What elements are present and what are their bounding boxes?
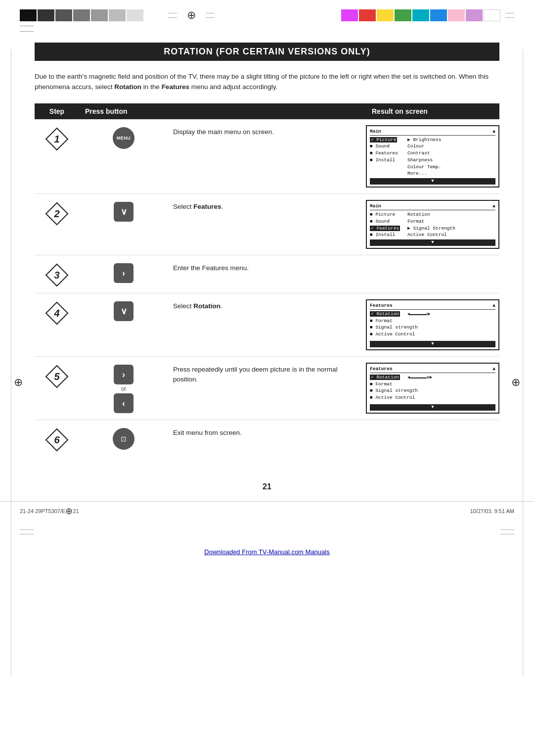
left-crosshair: ⊕ (14, 376, 23, 389)
screen-mock-4: Features▲ ✓ Rotation ◄▬▬▬▬▬▬▬▬▬0► ■ Form… (366, 299, 499, 350)
header-step: Step (35, 103, 79, 119)
table-header: Step Press button Result on screen (35, 103, 499, 119)
step-diamond-3: 3 (45, 263, 69, 287)
svg-text:2: 2 (53, 208, 59, 219)
top-bar: ⊕ (0, 0, 534, 26)
footer-doc-id: 21-24 29PT5307/E (20, 508, 65, 514)
page-number: 21 (0, 482, 534, 491)
step-row-1: 1 MENU Display the main menu on screen. … (35, 119, 499, 194)
step-row-3: 3 › Enter the Features menu. (35, 255, 499, 293)
color-strip-left (20, 9, 143, 21)
down-button-2[interactable]: ∨ (114, 202, 134, 222)
step-diamond-6: 6 (45, 428, 69, 452)
right-button-3[interactable]: › (114, 263, 134, 283)
step-row-6: 6 ⊡ Exit menu from screen. (35, 420, 499, 458)
step-diamond-5: 5 (45, 365, 69, 388)
bottom-bar (0, 525, 534, 538)
right-crosshair: ⊕ (511, 376, 520, 389)
exit-button[interactable]: ⊡ (113, 428, 134, 450)
step-5-desc: Press repeatedly until you deem picture … (173, 366, 337, 383)
color-strip-right (341, 9, 500, 21)
step-row-5: 5 › or ‹ Press repeatedly until you deem… (35, 357, 499, 420)
left-button-5[interactable]: ‹ (114, 393, 134, 413)
step-4-desc: Select Rotation. (173, 302, 222, 310)
footer-date: 10/27/03, 9:51 AM (470, 508, 514, 514)
step-diamond-4: 4 (45, 301, 69, 325)
footer: 21-24 29PT5307/E ⊕ 21 10/27/03, 9:51 AM (0, 501, 534, 520)
step-1-desc: Display the main menu on screen. (173, 128, 274, 136)
svg-text:5: 5 (54, 371, 60, 382)
crosshair-top-left: ⊕ (187, 9, 196, 22)
step-2-desc: Select Features. (173, 203, 223, 210)
header-press-button: Press button (79, 103, 168, 119)
svg-text:6: 6 (54, 434, 60, 445)
screen-mock-5: Features▲ ✓ Rotation ◄▬▬▬▬▬▬▬▬▬40► ■ For… (366, 363, 499, 414)
step-diamond-2: 2 (45, 202, 69, 226)
screen-mock-2: Main▲ ■ Picture Rotation ■ Sound Format … (366, 200, 499, 249)
or-label: or (121, 385, 127, 392)
main-content: Rotation (for certain versions only) Due… (0, 38, 534, 477)
step-diamond-1: 1 (45, 127, 69, 151)
footer-crosshair: ⊕ (65, 506, 73, 517)
down-button-4[interactable]: ∨ (114, 301, 134, 321)
footer-page-num: 21 (73, 508, 79, 514)
section-title: Rotation (for certain versions only) (35, 43, 499, 61)
download-link[interactable]: Downloaded From TV-Manual.com Manuals (0, 543, 534, 561)
step-3-desc: Enter the Features menu. (173, 264, 249, 272)
svg-text:3: 3 (54, 270, 59, 281)
header-result: Result on screen (366, 103, 499, 119)
menu-button[interactable]: MENU (113, 127, 134, 149)
screen-mock-1: Main▲ ✓ Picture ▶ Brightness ■ Sound Col… (366, 125, 499, 188)
header-desc (168, 103, 366, 119)
step-row-4: 4 ∨ Select Rotation. Features▲ ✓ Rotatio… (35, 293, 499, 357)
svg-text:1: 1 (54, 134, 59, 144)
svg-text:4: 4 (53, 308, 59, 319)
step-row-2: 2 ∨ Select Features. Main▲ ■ Picture Rot… (35, 194, 499, 255)
step-6-desc: Exit menu from screen. (173, 429, 242, 436)
intro-paragraph: Due to the earth's magnetic field and po… (35, 72, 499, 93)
right-button-5[interactable]: › (114, 365, 134, 384)
